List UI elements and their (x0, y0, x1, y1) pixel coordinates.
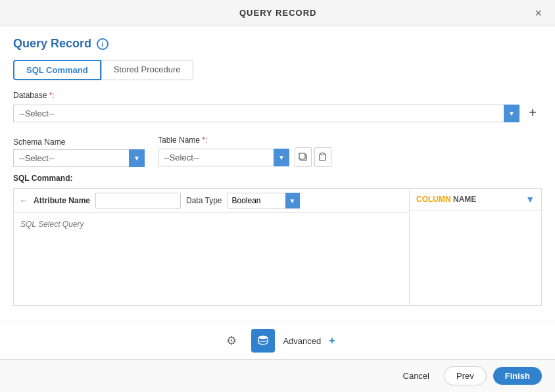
data-type-select[interactable]: Boolean String Integer Float Date (228, 193, 300, 208)
page-title: Query Record (13, 37, 91, 51)
table-copy-button[interactable] (295, 147, 312, 167)
cancel-button[interactable]: Cancel (395, 367, 437, 385)
page-title-row: Query Record i (13, 37, 542, 51)
copy-icon (299, 153, 308, 162)
prev-button[interactable]: Prev (444, 366, 487, 385)
database-add-button[interactable]: + (523, 103, 542, 122)
sql-attr-header: ← Attribute Name Data Type Boolean Strin… (14, 189, 409, 213)
gear-button[interactable]: ⚙ (220, 329, 243, 353)
paste-icon (318, 153, 327, 162)
svg-rect-1 (299, 153, 305, 159)
query-record-modal: QUERY RECORD × Query Record i SQL Comman… (0, 0, 555, 392)
column-name-header: COLUMN NAME ▼ (410, 189, 541, 210)
database-select[interactable]: --Select-- (13, 105, 519, 122)
column-content (410, 210, 541, 305)
tab-sql-command[interactable]: SQL Command (13, 60, 101, 80)
sql-right-panel: COLUMN NAME ▼ (410, 189, 541, 305)
sql-section: ← Attribute Name Data Type Boolean Strin… (13, 188, 542, 306)
advanced-add-icon[interactable]: + (329, 335, 335, 347)
modal-title: QUERY RECORD (24, 8, 532, 18)
svg-rect-3 (321, 153, 324, 155)
database-row: --Select-- ▼ + (13, 103, 542, 122)
attr-name-input[interactable] (95, 193, 181, 208)
tabs-container: SQL Command Stored Procedure (13, 60, 542, 80)
sql-textarea[interactable] (14, 213, 409, 305)
sql-command-section: SQL Command: ← Attribute Name Data Type (13, 174, 542, 306)
table-select[interactable]: --Select-- (158, 149, 289, 166)
close-button[interactable]: × (532, 6, 544, 20)
modal-header: QUERY RECORD × (0, 0, 555, 26)
database-select-wrapper: --Select-- ▼ (13, 105, 519, 122)
column-name-text: COLUMN NAME (416, 195, 476, 204)
database-button[interactable] (251, 329, 275, 353)
finish-button[interactable]: Finish (493, 367, 542, 385)
back-arrow-icon[interactable]: ← (19, 195, 28, 206)
svg-point-4 (258, 336, 268, 339)
table-paste-button[interactable] (314, 147, 331, 167)
schema-select[interactable]: --Select-- (13, 149, 145, 167)
table-form-group: Table Name *: --Select-- ▼ (158, 135, 331, 167)
info-icon[interactable]: i (97, 38, 109, 50)
schema-table-row: Schema Name --Select-- ▼ Table Name *: (13, 135, 542, 167)
bottom-toolbar: ⚙ Advanced + (0, 322, 555, 359)
filter-icon[interactable]: ▼ (525, 194, 535, 205)
modal-body: Query Record i SQL Command Stored Proced… (0, 26, 555, 322)
data-type-label: Data Type (186, 196, 222, 205)
tab-stored-procedure[interactable]: Stored Procedure (101, 60, 193, 80)
sql-left-panel: ← Attribute Name Data Type Boolean Strin… (14, 189, 410, 305)
schema-label: Schema Name (13, 137, 145, 147)
schema-select-wrapper: --Select-- ▼ (13, 149, 145, 167)
table-actions (295, 147, 331, 167)
schema-form-group: Schema Name --Select-- ▼ (13, 137, 145, 167)
database-icon (257, 335, 269, 347)
attr-name-label: Attribute Name (34, 196, 90, 205)
gear-icon: ⚙ (226, 333, 237, 348)
advanced-label: Advanced (283, 336, 321, 346)
database-form-group: Database *: --Select-- ▼ + (13, 91, 542, 129)
table-label: Table Name *: (158, 135, 331, 145)
data-type-select-wrapper: Boolean String Integer Float Date ▼ (228, 193, 300, 208)
sql-command-label: SQL Command: (13, 174, 542, 183)
table-select-row: --Select-- ▼ (158, 147, 331, 167)
database-label: Database *: (13, 91, 542, 100)
table-select-wrapper: --Select-- ▼ (158, 149, 289, 166)
modal-footer: Cancel Prev Finish (0, 359, 555, 392)
